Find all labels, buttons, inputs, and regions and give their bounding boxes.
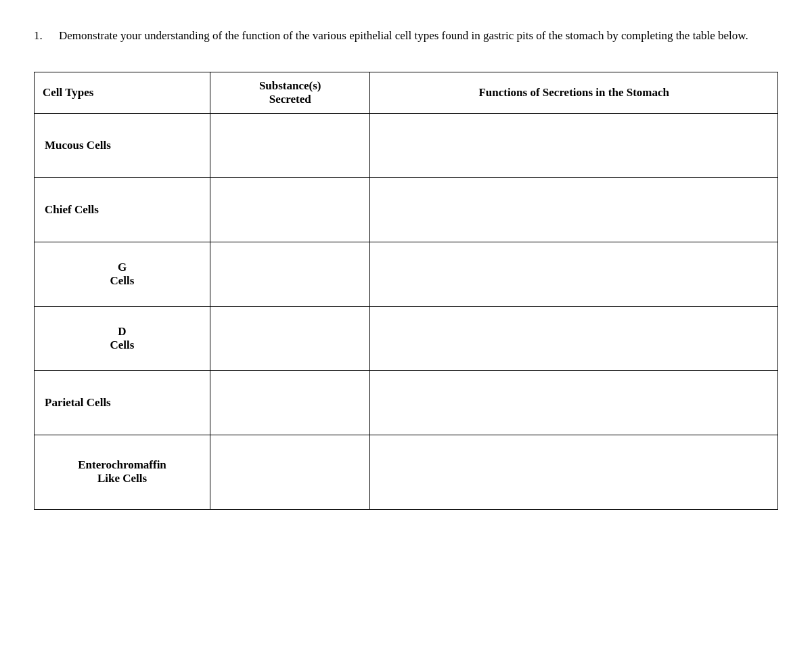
- cell-type-chief: Chief Cells: [35, 177, 210, 242]
- function-chief: [370, 177, 778, 242]
- question-text: 1. Demonstrate your understanding of the…: [34, 27, 778, 45]
- function-g: [370, 242, 778, 306]
- header-cell-types: Cell Types: [35, 72, 210, 113]
- substance-mucous: [210, 113, 370, 177]
- cell-type-g: G Cells: [35, 242, 210, 306]
- table-row: Enterochromaffin Like Cells: [35, 435, 778, 509]
- function-mucous: [370, 113, 778, 177]
- function-d: [370, 306, 778, 370]
- substance-g: [210, 242, 370, 306]
- substance-chief: [210, 177, 370, 242]
- table-row: Mucous Cells: [35, 113, 778, 177]
- cell-types-table: Cell Types Substance(s) Secreted Functio…: [34, 72, 778, 510]
- header-substance: Substance(s) Secreted: [210, 72, 370, 113]
- table-row: Parietal Cells: [35, 370, 778, 435]
- table-row: G Cells: [35, 242, 778, 306]
- question-number: 1.: [34, 29, 43, 42]
- table-row: D Cells: [35, 306, 778, 370]
- table-row: Chief Cells: [35, 177, 778, 242]
- function-ecl: [370, 435, 778, 509]
- substance-d: [210, 306, 370, 370]
- cell-type-parietal: Parietal Cells: [35, 370, 210, 435]
- table-header-row: Cell Types Substance(s) Secreted Functio…: [35, 72, 778, 113]
- cell-type-d: D Cells: [35, 306, 210, 370]
- question-body: Demonstrate your understanding of the fu…: [59, 29, 748, 42]
- header-functions: Functions of Secretions in the Stomach: [370, 72, 778, 113]
- substance-parietal: [210, 370, 370, 435]
- substance-ecl: [210, 435, 370, 509]
- cell-type-mucous: Mucous Cells: [35, 113, 210, 177]
- function-parietal: [370, 370, 778, 435]
- cell-type-ecl: Enterochromaffin Like Cells: [35, 435, 210, 509]
